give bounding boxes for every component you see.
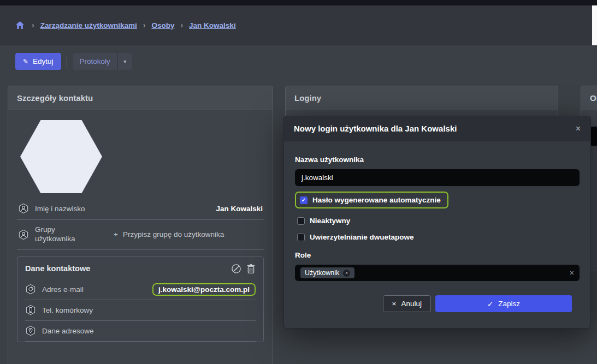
save-button-label: Zapisz xyxy=(498,300,520,308)
app-window: › Zarządzanie użytkownikami › Osoby › Ja… xyxy=(0,0,597,364)
cancel-button[interactable]: × Anuluj xyxy=(383,295,431,312)
name-value: Jan Kowalski xyxy=(216,205,263,213)
auto-password-checkbox[interactable]: ✓ xyxy=(300,196,308,204)
role-tag-label: Użytkownik xyxy=(305,269,339,277)
save-button[interactable]: ✓ Zapisz xyxy=(435,295,572,312)
email-value: j.kowalski@poczta.com.pl xyxy=(152,283,256,296)
chevron-icon: › xyxy=(180,21,183,29)
chevron-icon: › xyxy=(143,21,146,29)
contact-data-actions xyxy=(231,264,256,274)
home-icon[interactable] xyxy=(15,21,25,29)
pencil-icon: ✎ xyxy=(23,58,28,65)
contact-details-card: Szczegóły kontaktu Imię i nazwisko Jan K… xyxy=(8,86,273,364)
chevron-down-icon: ▾ xyxy=(123,58,126,64)
avatar xyxy=(20,120,102,193)
logins-card-title: Loginy xyxy=(286,86,558,110)
contact-card-title: Szczegóły kontaktu xyxy=(8,86,273,110)
save-check-icon: ✓ xyxy=(487,300,493,308)
email-row: Adres e-mail j.kowalski@poczta.com.pl xyxy=(25,279,256,300)
groups-label: Grupy użytkownika xyxy=(35,225,85,244)
two-factor-label: Uwierzytelnianie dwuetapowe xyxy=(310,233,414,241)
name-row: Imię i nazwisko Jan Kowalski xyxy=(17,198,264,220)
edit-button[interactable]: ✎ Edytuj xyxy=(15,53,61,70)
role-select[interactable]: Użytkownik × × xyxy=(295,265,580,281)
edit-contact-data-icon[interactable] xyxy=(231,264,241,274)
modal-title: Nowy login użytkownika dla Jan Kowalski xyxy=(294,124,457,133)
contact-data-header: Dane kontaktowe xyxy=(17,257,263,279)
modal-body: Nazwa użytkownika j.kowalski ✓ Hasło wyg… xyxy=(284,141,590,328)
two-factor-checkbox-row: Uwierzytelnianie dwuetapowe xyxy=(297,233,580,241)
clear-roles-icon[interactable]: × xyxy=(570,268,574,277)
groups-row: Grupy użytkownika + Przypisz grupę do uż… xyxy=(17,220,264,250)
inactive-checkbox[interactable] xyxy=(297,217,305,225)
username-label: Nazwa użytkownika xyxy=(295,156,580,164)
username-input[interactable]: j.kowalski xyxy=(295,169,580,186)
location-pin-icon xyxy=(25,325,36,336)
email-row-label: Adres e-mail xyxy=(25,284,84,295)
contact-card-body: Imię i nazwisko Jan Kowalski Grupy użytk… xyxy=(8,110,273,342)
address-row-label: Dane adresowe xyxy=(25,325,94,336)
breadcrumb-link-people[interactable]: Osoby xyxy=(151,21,174,29)
new-login-modal: Nowy login użytkownika dla Jan Kowalski … xyxy=(283,116,591,329)
name-row-label: Imię i nazwisko xyxy=(18,203,85,214)
modal-header: Nowy login użytkownika dla Jan Kowalski … xyxy=(284,116,590,141)
cancel-x-icon: × xyxy=(392,300,397,308)
groups-row-label: Grupy użytkownika xyxy=(18,225,85,244)
person-icon xyxy=(18,203,29,214)
cancel-button-label: Anuluj xyxy=(401,300,422,308)
breadcrumb-link-users[interactable]: Zarządzanie użytkownikami xyxy=(40,21,137,29)
breadcrumb-link-person[interactable]: Jan Kowalski xyxy=(189,21,236,29)
role-label: Role xyxy=(295,251,580,259)
name-label: Imię i nazwisko xyxy=(35,205,85,213)
top-strip xyxy=(0,0,597,5)
scrollbar-track[interactable] xyxy=(592,5,597,45)
protocols-button-group: Protokoły ▾ xyxy=(73,53,132,70)
inactive-label: Nieaktywny xyxy=(310,217,350,225)
remove-role-icon[interactable]: × xyxy=(343,270,350,277)
email-value-highlight: j.kowalski@poczta.com.pl xyxy=(152,285,256,294)
contact-data-card: Dane kontaktowe xyxy=(17,256,264,342)
auto-password-label: Hasło wygenerowane automatycznie xyxy=(312,196,441,204)
assign-group-button[interactable]: + Przypisz grupę do użytkownika xyxy=(114,230,224,238)
plus-icon: + xyxy=(114,230,118,238)
contact-data-title: Dane kontaktowe xyxy=(25,264,90,273)
close-icon[interactable]: × xyxy=(576,124,581,134)
trash-icon[interactable] xyxy=(246,264,256,274)
group-icon xyxy=(18,229,29,240)
role-tag: Użytkownik × xyxy=(300,267,354,278)
protocols-button[interactable]: Protokoły xyxy=(73,53,117,70)
modal-footer: × Anuluj ✓ Zapisz xyxy=(295,281,580,320)
highlighted-checkbox-row: ✓ Hasło wygenerowane automatycznie xyxy=(295,192,448,208)
breadcrumb: › Zarządzanie użytkownikami › Osoby › Ja… xyxy=(0,5,597,45)
phone-row-label: Tel. komórkowy xyxy=(25,305,93,315)
check-icon: ✓ xyxy=(302,197,306,203)
edit-button-label: Edytuj xyxy=(33,57,54,65)
phone-icon xyxy=(25,305,36,315)
email-icon xyxy=(25,284,36,295)
protocols-dropdown-button[interactable]: ▾ xyxy=(117,53,132,70)
action-toolbar: ✎ Edytuj Protokoły ▾ xyxy=(15,53,132,70)
assign-group-label: Przypisz grupę do użytkownika xyxy=(123,230,224,238)
email-label: Adres e-mail xyxy=(42,285,84,294)
address-row: Dane adresowe xyxy=(25,321,256,342)
inactive-checkbox-row: Nieaktywny xyxy=(297,217,580,225)
phone-row: Tel. komórkowy xyxy=(25,300,256,321)
toolbar-divider xyxy=(67,55,67,68)
address-label: Dane adresowe xyxy=(42,327,94,335)
chevron-icon: › xyxy=(32,21,34,29)
two-factor-checkbox[interactable] xyxy=(297,234,305,241)
phone-label: Tel. komórkowy xyxy=(42,306,93,314)
right-card-title: Or xyxy=(581,86,597,110)
